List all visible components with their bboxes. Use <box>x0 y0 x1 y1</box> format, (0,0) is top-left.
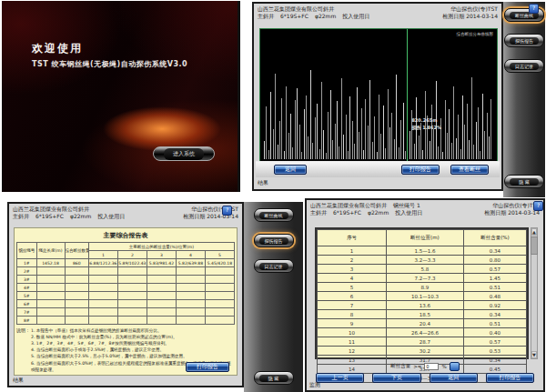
help-icon[interactable]: ? <box>533 201 543 211</box>
report-cell <box>147 292 176 300</box>
detail-table-row[interactable]: 920.40.51 <box>318 319 527 328</box>
back-button[interactable]: 返回 <box>430 373 478 383</box>
chart-bar <box>380 134 381 159</box>
chart-bar <box>476 122 477 159</box>
chart-bar <box>337 101 338 159</box>
report-cell <box>36 300 65 308</box>
subcol-5: 5 <box>205 251 234 259</box>
device-name: 华山探伤仪(专)TST <box>450 5 498 13</box>
report-cell <box>205 292 234 300</box>
next-page-button[interactable]: 下页 <box>372 373 420 383</box>
report-cell <box>117 292 147 300</box>
detail-screen: 山西兰花集团煤业有限公司斜井 钢丝绳号 1 华山探伤仪(专)TST 主斜井 6*… <box>305 198 545 392</box>
help-icon[interactable]: ? <box>222 206 232 216</box>
detail-table-row[interactable]: 1230.20.53 <box>318 347 527 356</box>
report-cell: 1452.18 <box>36 259 65 267</box>
menu-log-record[interactable]: 日志记录 <box>254 259 294 273</box>
scrollbar-thumb[interactable] <box>531 236 538 255</box>
menu-log-record[interactable]: 日志记录 <box>504 59 544 73</box>
report-cell <box>36 284 65 292</box>
scroll-down-icon[interactable]: ▼ <box>531 351 537 358</box>
detail-table-row[interactable]: 11.5—1.60.34 <box>318 246 527 256</box>
print-report-button[interactable]: 打印报告 <box>186 362 229 372</box>
note-item: 3. 1#、2#、3#、4#、5#、6#、7#、8#按所测钢丝绳编号顺序排列。 <box>31 340 235 347</box>
broken-wire-chart[interactable]: 820.265m 损伤 1.862% 综合断丝分布曲线图 <box>259 28 498 164</box>
detail-table-row[interactable]: 35.80.57 <box>318 265 527 274</box>
menu-inspection-report[interactable]: 探伤报告 <box>504 34 544 47</box>
welcome-text: 欢迎使用 <box>32 41 83 56</box>
detail-table-row[interactable]: 610.1—10.30.48 <box>318 292 527 301</box>
filter-apply-button[interactable] <box>450 362 460 371</box>
chart-cursor-line[interactable] <box>407 29 408 163</box>
back-button[interactable]: 返回 <box>274 165 307 175</box>
use-date-label: 投入使用日 <box>395 209 422 216</box>
chart-bar <box>323 130 324 159</box>
detail-table-row[interactable]: 818.50.34 <box>318 310 527 319</box>
detail-table-row[interactable]: 1128.70.57 <box>318 337 527 347</box>
chart-bar <box>453 86 454 159</box>
company-name: 山西兰花集团煤业有限公司斜井 <box>258 5 334 13</box>
filter-unit: % <box>441 364 446 369</box>
report-cell: 3# <box>17 276 37 284</box>
scrollbar[interactable]: ▲ ▼ <box>531 227 538 359</box>
detail-cell: 1 <box>318 246 387 256</box>
menu-inspection-report[interactable]: 探伤报告 <box>254 234 294 247</box>
chart-bar <box>332 140 333 159</box>
print-report-button[interactable]: 打印报告 <box>486 373 534 383</box>
detail-cell: 0.57 <box>463 337 526 347</box>
detail-table-row[interactable]: 47.2—7.31.45 <box>318 274 527 283</box>
report-cell <box>147 300 176 308</box>
menu-broken-wire-curve[interactable]: 断丝曲线 <box>254 208 294 222</box>
report-cell <box>205 284 234 292</box>
report-table-row: 1#1452.188606.88/1212.365.89/1022.435.83… <box>17 259 235 267</box>
prev-page-button[interactable]: 上一页 <box>316 373 364 383</box>
enter-system-button[interactable]: 进入系统 <box>153 146 215 161</box>
report-cell <box>88 308 117 317</box>
detail-table-row[interactable]: 713.60.92 <box>318 301 527 310</box>
report-cell <box>36 276 65 284</box>
chart-bar <box>266 106 267 159</box>
note-item: 4. 当综合断丝截面积小于或等于2.5%时，属轻度损伤，建议正常使用。 <box>31 347 235 353</box>
detail-cell: 7 <box>318 301 387 310</box>
detail-cell: 0.57 <box>463 265 526 274</box>
cursor-value: 损伤 1.862% <box>411 125 441 132</box>
report-cell <box>176 284 205 292</box>
cursor-position: 820.265m <box>411 117 441 125</box>
chart-bar <box>278 145 278 159</box>
cursor-readout: 820.265m 损伤 1.862% <box>411 117 441 131</box>
chart-bar <box>369 80 370 159</box>
col-break-content: 断丝含量(%) <box>463 230 526 246</box>
detail-table-wrap: 序号 断丝位置(m) 断丝含量(%) 11.5—1.60.3423.2—3.30… <box>315 227 529 359</box>
enter-system-label: 进入系统 <box>164 148 204 160</box>
report-table-row: 7# <box>17 308 235 317</box>
detail-table-row[interactable]: 58.90.51 <box>318 283 527 292</box>
chart-bar <box>388 89 389 159</box>
chart-screen: 山西兰花集团煤业有限公司斜井 华山探伤仪(专)TST 主斜井 6*19S+FC … <box>252 2 545 191</box>
view-broken-wire-button[interactable]: 查看断丝 <box>450 165 489 175</box>
detail-cell: 8 <box>318 310 387 319</box>
hide-button[interactable]: 隐 藏 <box>504 175 544 188</box>
hide-button[interactable]: 隐 藏 <box>254 371 294 385</box>
chart-bar <box>312 143 313 159</box>
report-cell <box>36 292 65 300</box>
chart-bar <box>297 88 298 159</box>
chart-bar <box>399 147 399 159</box>
detail-cell: 8.9 <box>386 283 463 292</box>
detail-cell: 30.2 <box>386 347 463 356</box>
help-icon[interactable]: ? <box>529 4 539 14</box>
detail-cell: 1.5—1.6 <box>386 246 463 256</box>
rope-spec: 6*19S+FC <box>35 213 64 220</box>
chart-bar <box>430 141 430 159</box>
filter-value-input[interactable] <box>424 363 439 370</box>
detail-cell: 0.92 <box>463 301 526 310</box>
detail-table-row[interactable]: 23.2—3.30.80 <box>318 256 527 265</box>
side-menu: 断丝曲线 探伤报告 日志记录 隐 藏 <box>503 2 545 197</box>
chart-bar <box>295 100 296 159</box>
detail-cell: 20.4 <box>386 319 463 328</box>
report-cell: 860 <box>65 259 88 267</box>
chart-bar <box>308 136 308 159</box>
scroll-up-icon[interactable]: ▲ <box>531 228 537 236</box>
detail-table-row[interactable]: 1026.4—26.60.40 <box>318 328 527 337</box>
report-cell <box>88 284 117 292</box>
print-report-button[interactable]: 打印报告 <box>401 165 440 175</box>
